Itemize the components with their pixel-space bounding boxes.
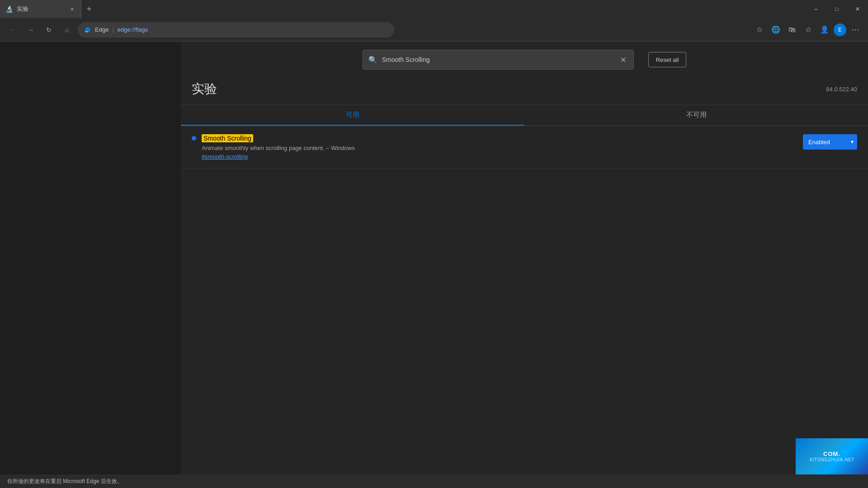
profile-avatar[interactable]: E <box>834 23 846 36</box>
forward-button[interactable]: → <box>24 23 38 37</box>
watermark: COM. XITONGZHIJIA.NET <box>796 438 868 474</box>
flags-container: 🔍 Smooth Scrolling ✕ Reset all 实验 84.0.5… <box>181 42 868 474</box>
window-controls: ─ □ ✕ <box>806 0 868 18</box>
tab-label: 实验 <box>17 5 28 13</box>
home-button[interactable]: ⌂ <box>60 23 74 37</box>
search-icon: 🔍 <box>368 56 377 64</box>
addressbar: ← → ↻ ⌂ Edge | edge://flags ☆ 🌐 🛍 ☆ 👤 E … <box>0 18 868 42</box>
tab-close-button[interactable]: ✕ <box>68 5 75 13</box>
shopping-icon[interactable]: 🛍 <box>785 23 799 37</box>
search-bar[interactable]: 🔍 Smooth Scrolling ✕ <box>363 50 634 70</box>
address-separator: | <box>112 26 113 33</box>
back-button[interactable]: ← <box>5 23 20 37</box>
flag-link[interactable]: #smooth-scrolling <box>202 153 797 160</box>
toolbar-icons: ☆ 🌐 🛍 ☆ 👤 E ⋯ <box>752 23 863 37</box>
new-tab-button[interactable]: + <box>81 1 97 17</box>
flag-select-wrapper[interactable]: Default Enabled Disabled <box>803 134 857 150</box>
tabs-row: 可用 不可用 <box>181 105 868 126</box>
flags-header: 实验 84.0.522.40 <box>181 73 868 105</box>
flags-title: 实验 <box>192 80 217 98</box>
flag-select[interactable]: Default Enabled Disabled <box>803 134 857 150</box>
collections-icon[interactable]: ☆ <box>801 23 816 37</box>
titlebar: 🔬 实验 ✕ + ─ □ ✕ <box>0 0 868 18</box>
minimize-button[interactable]: ─ <box>806 0 826 18</box>
flag-name: Smooth Scrolling <box>202 134 253 142</box>
flag-item: Smooth Scrolling Animate smoothly when s… <box>181 126 868 169</box>
content-area: 🔍 Smooth Scrolling ✕ Reset all 实验 84.0.5… <box>181 42 868 474</box>
sidebar <box>0 42 181 474</box>
search-row: 🔍 Smooth Scrolling ✕ Reset all <box>181 42 868 70</box>
search-input[interactable]: Smooth Scrolling <box>382 56 614 63</box>
menu-icon[interactable]: ⋯ <box>848 23 863 37</box>
version-text: 84.0.522.40 <box>826 86 857 93</box>
tab-available[interactable]: 可用 <box>181 105 524 126</box>
flag-description: Animate smoothly when scrolling page con… <box>202 144 797 152</box>
tab-unavailable[interactable]: 不可用 <box>524 105 868 126</box>
main-area: 🔍 Smooth Scrolling ✕ Reset all 实验 84.0.5… <box>0 42 868 474</box>
translate-icon[interactable]: 🌐 <box>769 23 783 37</box>
address-brand: Edge <box>95 26 108 33</box>
search-clear-button[interactable]: ✕ <box>619 55 628 64</box>
flag-info: Smooth Scrolling Animate smoothly when s… <box>202 134 797 160</box>
address-box[interactable]: Edge | edge://flags <box>78 22 394 38</box>
titlebar-left: 🔬 实验 ✕ + <box>0 0 97 18</box>
close-button[interactable]: ✕ <box>847 0 868 18</box>
watermark-bottom-text: XITONGZHIJIA.NET <box>809 457 854 462</box>
restore-button[interactable]: □ <box>826 0 847 18</box>
flag-modified-dot <box>192 136 196 141</box>
watermark-top-text: COM. <box>823 450 840 457</box>
edge-logo-icon <box>84 26 91 33</box>
restart-notice: 你所做的更改将在重启 Microsoft Edge 后生效。 <box>7 478 123 485</box>
address-url: edge://flags <box>118 26 148 33</box>
account-icon[interactable]: 👤 <box>817 23 832 37</box>
tab-favicon: 🔬 <box>5 5 13 13</box>
bottom-bar: 你所做的更改将在重启 Microsoft Edge 后生效。 <box>0 474 868 488</box>
reset-all-button[interactable]: Reset all <box>648 52 687 67</box>
favorites-icon[interactable]: ☆ <box>752 23 767 37</box>
refresh-button[interactable]: ↻ <box>42 23 56 37</box>
active-tab[interactable]: 🔬 实验 ✕ <box>0 0 81 18</box>
